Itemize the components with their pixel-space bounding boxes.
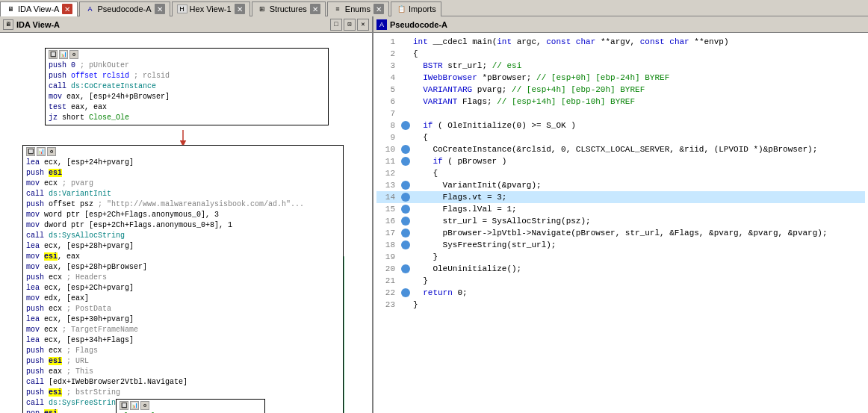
tab-enum-close[interactable]: ✕ <box>373 4 384 14</box>
code-line: mov eax, [esp+24h+pBrowser] <box>49 92 325 102</box>
tab-structures[interactable]: ⊞ Structures ✕ <box>252 1 326 16</box>
pseudo-line-8: 8 if ( OleInitialize(0) >= S_OK ) <box>376 119 865 131</box>
tab-pseudo-label: Pseudocode-A <box>97 4 151 13</box>
tab-hex-view[interactable]: H Hex View-1 ✕ <box>172 1 250 16</box>
bottom-code-block: 🔲 📊 ⚙ Close_Ole: call ds:OleUninitialize <box>116 399 265 413</box>
tab-ida-view-a[interactable]: 🖥 IDA View-A ✕ <box>0 1 78 16</box>
code-line: mov ecx ; TargetFrameName <box>26 325 340 335</box>
tab-bar: 🖥 IDA View-A ✕ A Pseudocode-A ✕ H Hex Vi… <box>0 0 868 16</box>
code-line: mov ecx ; pvarg <box>26 178 340 189</box>
code-line: mov dword ptr [esp+2Ch+Flags.anonymous_0… <box>26 220 340 231</box>
code-line: push offset rclsid ; rclsid <box>49 71 325 81</box>
enums-icon: ≡ <box>332 4 343 14</box>
tab-enums[interactable]: ≡ Enums ✕ <box>327 1 389 16</box>
code-line: push esi <box>26 168 340 178</box>
content-area: 🖥 IDA View-A □ ⊡ ✕ <box>0 16 868 413</box>
pseudo-line-19: 19 } <box>376 251 865 263</box>
pseudo-line-11: 11 if ( pBrowser ) <box>376 155 865 167</box>
right-panel: A Pseudocode-A 1 int __cdecl main(int ar… <box>373 16 868 413</box>
main-code-block: 🔲 📊 ⚙ lea ecx, [esp+24h+pvarg] push esi … <box>22 145 344 413</box>
pseudo-line-12: 12 { <box>376 167 865 179</box>
bottom-toolbar-2: 📊 <box>130 401 139 410</box>
bottom-toolbar-1: 🔲 <box>120 401 128 410</box>
code-line: lea ecx, [esp+28h+pvarg] <box>26 241 340 252</box>
tab-imports-label: Imports <box>409 4 436 13</box>
ida-panel-title: IDA View-A <box>16 20 329 29</box>
code-line: push ecx ; Flags <box>26 346 340 356</box>
pseudo-panel-title: Pseudocode-A <box>390 20 865 29</box>
toolbar-icon-1: 🔲 <box>49 50 58 59</box>
pseudo-line-20: 20 OleUninitialize(); <box>376 263 865 275</box>
tab-pseudo-close[interactable]: ✕ <box>155 4 165 14</box>
tab-struct-close[interactable]: ✕ <box>310 4 320 14</box>
pseudo-line-23: 23 } <box>376 299 865 311</box>
code-line: push ecx ; Headers <box>26 273 340 283</box>
pseudo-line-1: 1 int __cdecl main(int argc, const char … <box>376 36 865 48</box>
structures-icon: ⊞ <box>257 4 267 14</box>
main-block-toolbar: 🔲 📊 ⚙ <box>26 147 340 156</box>
code-line: call [edx+IWebBrowser2Vtbl.Navigate] <box>26 377 340 388</box>
code-line: lea ecx, [esp+2Ch+pvarg] <box>26 283 340 294</box>
pseudo-line-13: 13 VariantInit(&pvarg); <box>376 179 865 191</box>
top-block-toolbar: 🔲 📊 ⚙ <box>49 50 325 59</box>
code-line: call ds:VariantInit <box>26 189 340 199</box>
ida-panel-icon: 🖥 <box>3 19 13 30</box>
toolbar-icon-2: 📊 <box>59 50 68 59</box>
pseudo-line-15: 15 Flags.lVal = 1; <box>376 203 865 215</box>
tab-struct-label: Structures <box>270 4 307 13</box>
code-line: call ds:CoCreateInstance <box>49 81 325 92</box>
ida-close-btn[interactable]: ✕ <box>357 19 369 31</box>
pseudo-line-21: 21 } <box>376 275 865 287</box>
code-line: push ecx ; PostData <box>26 304 340 314</box>
tab-pseudocode-a[interactable]: A Pseudocode-A ✕ <box>79 1 170 16</box>
main-toolbar-2: 📊 <box>37 147 46 156</box>
code-line: lea ecx, [esp+24h+pvarg] <box>26 158 340 168</box>
pseudo-line-14: 14 Flags.vt = 3; <box>376 191 865 203</box>
code-line: mov eax, [esp+28h+pBrowser] <box>26 262 340 273</box>
pseudo-line-17: 17 pBrowser->lpVtbl->Navigate(pBrowser, … <box>376 227 865 239</box>
code-line: push esi ; bstrString <box>26 388 340 398</box>
code-line: lea ecx, [esp+30h+pvarg] <box>26 314 340 325</box>
ida-graph[interactable]: 🔲 📊 ⚙ push 0 ; pUnkOuter push offset rcl… <box>0 33 372 413</box>
pseudo-line-7: 7 <box>376 108 865 119</box>
code-line: mov edx, [eax] <box>26 294 340 304</box>
code-line: test eax, eax <box>49 102 325 113</box>
main-toolbar-3: ⚙ <box>47 147 56 156</box>
ida-view-icon: 🖥 <box>5 4 16 14</box>
bottom-block-toolbar: 🔲 📊 ⚙ <box>120 401 261 410</box>
pseudo-header: A Pseudocode-A <box>373 16 868 33</box>
code-line: push 0 ; pUnkOuter <box>49 60 325 71</box>
pseudo-line-6: 6 VARIANT Flags; // [esp+14h] [ebp-10h] … <box>376 96 865 108</box>
tab-imports[interactable]: 📋 Imports <box>391 1 441 16</box>
pseudo-line-18: 18 SysFreeString(str_url); <box>376 239 865 251</box>
code-line: jz short Close_Ole <box>49 113 325 123</box>
ida-maximize-btn[interactable]: ⊡ <box>344 19 356 31</box>
toolbar-icon-3: ⚙ <box>69 50 78 59</box>
code-line: push offset psz ; "http://www.malwareana… <box>26 199 340 210</box>
hex-icon: H <box>177 4 187 13</box>
pseudo-line-4: 4 IWebBrowser *pBrowser; // [esp+0h] [eb… <box>376 72 865 84</box>
pseudocode-icon: A <box>84 4 95 14</box>
tab-hex-label: Hex View-1 <box>190 4 232 13</box>
pseudo-line-10: 10 CoCreateInstance(&rclsid, 0, CLSCTX_L… <box>376 143 865 155</box>
imports-icon: 📋 <box>396 4 406 14</box>
tab-hex-close[interactable]: ✕ <box>235 4 245 14</box>
ida-panel-content[interactable]: 🔲 📊 ⚙ push 0 ; pUnkOuter push offset rcl… <box>0 33 372 413</box>
code-line: call ds:SysAllocString <box>26 231 340 241</box>
code-line: mov esi, eax <box>26 252 340 262</box>
top-code-block: 🔲 📊 ⚙ push 0 ; pUnkOuter push offset rcl… <box>45 48 329 125</box>
pseudo-content[interactable]: 1 int __cdecl main(int argc, const char … <box>373 33 868 413</box>
code-line: push esi ; URL <box>26 356 340 367</box>
code-line: push eax ; This <box>26 367 340 377</box>
pseudo-line-3: 3 BSTR str_url; // esi <box>376 60 865 72</box>
pseudo-line-16: 16 str_url = SysAllocString(psz); <box>376 215 865 227</box>
pseudo-panel-icon: A <box>376 19 387 30</box>
tab-enum-label: Enums <box>345 4 371 13</box>
pseudo-line-5: 5 VARIANTARG pvarg; // [esp+4h] [ebp-20h… <box>376 84 865 96</box>
tab-ida-label: IDA View-A <box>18 4 59 13</box>
pseudo-line-22: 22 return 0; <box>376 287 865 299</box>
pseudo-line-9: 9 { <box>376 131 865 143</box>
ida-minimize-btn[interactable]: □ <box>330 19 342 31</box>
left-panel: 🖥 IDA View-A □ ⊡ ✕ <box>0 16 373 413</box>
tab-ida-close[interactable]: ✕ <box>62 4 72 14</box>
